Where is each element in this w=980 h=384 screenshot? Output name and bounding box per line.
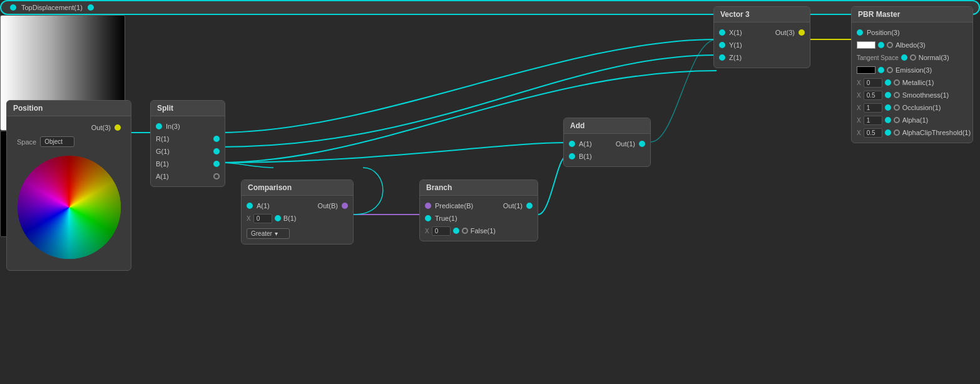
pbr-occlusion-label: Occlusion(1) [902, 104, 941, 111]
add-a-label: A(1) [579, 140, 592, 148]
pbr-albedo-swatch[interactable] [857, 41, 875, 49]
split-b-label: B(1) [156, 160, 169, 168]
pbr-normal-socket[interactable] [910, 54, 916, 61]
v3-y-socket[interactable] [719, 42, 725, 48]
branch-true-label: True(1) [435, 215, 457, 222]
pbr-emission-label: Emission(3) [896, 66, 932, 74]
pbr-metallic-dot[interactable] [885, 79, 891, 86]
branch-out-label: Out(1) [503, 202, 523, 210]
pbr-tangent-label: Tangent Space [857, 54, 899, 61]
pbr-metallic-label: Metallic(1) [902, 79, 934, 86]
pbr-albedo-label: Albedo(3) [896, 41, 926, 49]
branch-false-dot[interactable] [453, 228, 459, 234]
comparison-out-socket[interactable] [342, 203, 348, 209]
v3-x-socket[interactable] [719, 29, 725, 36]
add-out-socket[interactable] [639, 141, 645, 147]
pbr-metallic-socket[interactable] [894, 79, 900, 86]
split-g-label: G(1) [156, 148, 170, 155]
node-branch: Branch Predicate(B) Out(1) True(1) X 0 F… [419, 179, 538, 241]
position-out-label: Out(3) [91, 124, 111, 131]
pbr-row-emission: Emission(3) [852, 64, 972, 76]
node-add-title: Add [564, 118, 650, 134]
branch-true-socket[interactable] [425, 215, 431, 221]
branch-predicate-socket[interactable] [425, 203, 431, 209]
branch-false-label: False(1) [471, 227, 496, 235]
pbr-alpha-label: Alpha(1) [902, 116, 929, 124]
v3-z-socket[interactable] [719, 54, 725, 61]
comparison-b-label: B(1) [283, 215, 297, 222]
add-b-socket[interactable] [569, 153, 575, 159]
node-add: Add A(1) Out(1) B(1) [563, 118, 651, 167]
comparison-b-dot[interactable] [275, 215, 281, 221]
comparison-a-label: A(1) [257, 202, 270, 210]
topdisplace-right-socket[interactable] [88, 4, 94, 11]
pbr-alpha-value[interactable]: 1 [864, 116, 882, 125]
node-comparison-title: Comparison [242, 180, 353, 196]
position-space-dropdown[interactable]: Object [40, 136, 74, 147]
branch-predicate-label: Predicate(B) [435, 202, 473, 210]
branch-false-socket[interactable] [462, 228, 468, 234]
pbr-row-albedo: Albedo(3) [852, 39, 972, 51]
pbr-smoothness-socket[interactable] [894, 92, 900, 98]
pbr-smoothness-dot[interactable] [885, 92, 891, 98]
pbr-row-smoothness: X 0.5 Smoothness(1) [852, 89, 972, 101]
pbr-occlusion-dot[interactable] [885, 104, 891, 111]
node-comparison: Comparison A(1) Out(B) X 0 B(1) Greater … [241, 179, 354, 245]
pbr-albedo-socket[interactable] [887, 42, 893, 48]
node-position: Position Out(3) Space Object [6, 100, 131, 271]
pbr-position-socket[interactable] [857, 29, 863, 36]
v3-z-label: Z(1) [729, 54, 742, 61]
pbr-alphaclip-label: AlphaClipThreshold(1) [902, 129, 971, 136]
split-in-socket[interactable] [156, 123, 162, 129]
comparison-dropdown[interactable]: Greater ▾ [247, 228, 290, 239]
pbr-row-alpha: X 1 Alpha(1) [852, 114, 972, 126]
pbr-row-tangent: Tangent Space Normal(3) [852, 51, 972, 64]
position-space-label: Space [17, 138, 36, 146]
pbr-occlusion-socket[interactable] [894, 104, 900, 111]
comparison-a-socket[interactable] [247, 203, 253, 209]
split-b-socket[interactable] [213, 161, 220, 167]
node-split-title: Split [151, 101, 225, 116]
node-split: Split In(3) R(1) G(1) B(1) A(1) [150, 100, 225, 187]
node-pbr: PBR Master Position(3) Albedo(3) Tangent… [851, 6, 973, 143]
pbr-occlusion-value[interactable]: 1 [864, 103, 882, 113]
v3-out-socket[interactable] [799, 29, 805, 36]
split-r-socket[interactable] [213, 136, 220, 142]
pbr-alphaclip-dot[interactable] [885, 129, 891, 136]
node-position-title: Position [7, 101, 131, 116]
branch-false-value[interactable]: 0 [432, 226, 451, 236]
split-a-label: A(1) [156, 173, 169, 180]
comparison-b-value[interactable]: 0 [253, 214, 272, 223]
pbr-smoothness-label: Smoothness(1) [902, 91, 949, 99]
branch-out-socket[interactable] [526, 203, 533, 209]
pbr-albedo-dot[interactable] [878, 42, 884, 48]
pbr-emission-socket[interactable] [887, 67, 893, 73]
pbr-row-position: Position(3) [852, 26, 972, 39]
add-b-label: B(1) [579, 153, 592, 160]
add-a-socket[interactable] [569, 141, 575, 147]
pbr-emission-swatch[interactable] [857, 66, 875, 74]
pbr-row-alphaclip: X 0.5 AlphaClipThreshold(1) [852, 126, 972, 139]
v3-x-label: X(1) [729, 29, 742, 36]
node-pbr-title: PBR Master [852, 7, 972, 23]
pbr-smoothness-value[interactable]: 0.5 [864, 91, 882, 100]
branch-false-input: X 0 [425, 226, 451, 236]
split-a-socket[interactable] [213, 173, 220, 179]
position-out-socket[interactable] [115, 124, 121, 131]
pbr-position-label: Position(3) [867, 29, 900, 36]
node-topdisplacement: TopDisplacement(1) [0, 0, 980, 15]
pbr-row-metallic: X 0 Metallic(1) [852, 76, 972, 89]
pbr-alphaclip-value[interactable]: 0.5 [864, 128, 882, 138]
topdisplace-label: TopDisplacement(1) [21, 4, 83, 11]
split-in-label: In(3) [166, 123, 180, 130]
split-g-socket[interactable] [213, 148, 220, 154]
pbr-tangent-dot[interactable] [901, 54, 907, 61]
pbr-alpha-dot[interactable] [885, 117, 891, 123]
pbr-metallic-value[interactable]: 0 [864, 78, 882, 88]
node-branch-title: Branch [420, 180, 538, 196]
topdisplace-left-socket[interactable] [10, 4, 16, 11]
pbr-alphaclip-socket[interactable] [894, 129, 900, 136]
pbr-row-occlusion: X 1 Occlusion(1) [852, 101, 972, 114]
pbr-alpha-socket[interactable] [894, 117, 900, 123]
pbr-emission-dot[interactable] [878, 67, 884, 73]
